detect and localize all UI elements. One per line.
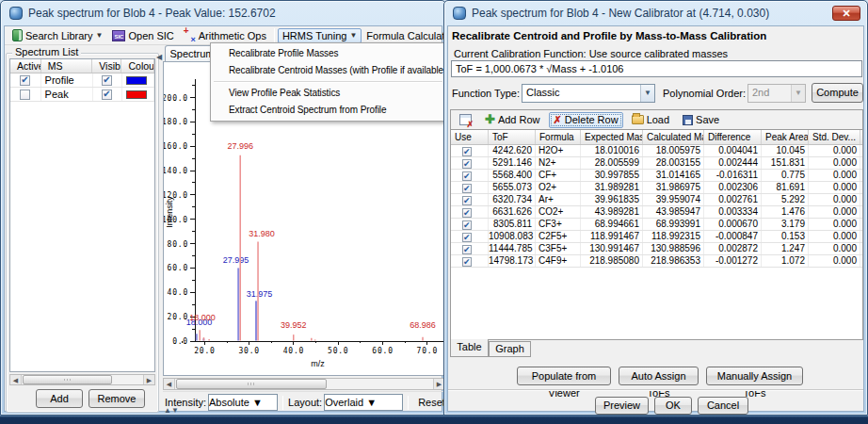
column-header[interactable]: ToF: [489, 130, 536, 144]
checkbox[interactable]: [462, 245, 472, 254]
polynomial-order-combobox: 2nd ▼: [747, 84, 806, 103]
checkbox[interactable]: [462, 208, 472, 218]
checkbox[interactable]: [462, 233, 472, 242]
preview-button[interactable]: Preview: [595, 397, 649, 415]
column-header[interactable]: Calculated Mass: [643, 130, 704, 144]
std_dev-cell: 0.000: [809, 170, 860, 181]
use-cell: [451, 182, 489, 193]
hrms-tuning-button[interactable]: HRMS Tuning ▼: [278, 28, 362, 43]
spectrum-list-hscrollbar[interactable]: ◀ ▶: [9, 374, 155, 385]
calibration-formula-field[interactable]: ToF = 1,000.0673 * √Mass + -1.0106: [451, 60, 862, 77]
scroll-thumb[interactable]: [23, 375, 112, 384]
checkbox[interactable]: [462, 220, 472, 230]
checkbox[interactable]: [462, 184, 472, 193]
open-sic-button[interactable]: SIC Open SIC: [107, 28, 178, 43]
tab-table[interactable]: Table: [450, 339, 489, 357]
delete-row-button[interactable]: ✗ Delete Row: [549, 112, 623, 128]
checkbox[interactable]: [20, 90, 30, 100]
table-row[interactable]: 10908.083C2F5+118.991467118.992315-0.000…: [451, 231, 862, 243]
column-header[interactable]: Visible: [92, 59, 121, 73]
difference-cell: 0.002306: [704, 182, 762, 193]
add-button[interactable]: Add: [36, 389, 83, 408]
checkbox[interactable]: [462, 159, 472, 169]
load-button[interactable]: Load: [627, 112, 674, 127]
add-row-button[interactable]: ✚ Add Row: [480, 112, 545, 127]
populate-from-viewer-button[interactable]: Populate from Viewer: [517, 367, 611, 385]
reset-zoom-button[interactable]: Reset Zoom ▼: [413, 395, 445, 410]
checkbox[interactable]: [462, 171, 472, 181]
splitter-collapse-icon[interactable]: ◀: [156, 53, 162, 61]
svg-text:68.986: 68.986: [410, 320, 436, 330]
use-cell: [451, 157, 489, 169]
peak_area-cell: 151.831: [762, 157, 809, 169]
intensity-combobox[interactable]: Absolute ▼: [208, 394, 278, 411]
window-title: Peak spectrum for Blob 4 - Peak Value: 1…: [28, 7, 276, 20]
table-row[interactable]: 6631.626CO2+43.98928143.9859470.0033341.…: [451, 206, 862, 219]
spectrum-list-table[interactable]: ActiveMSVisibleColourProfilePeak: [9, 58, 155, 372]
table-row[interactable]: 5291.146N2+28.00559928.0031550.002444151…: [451, 157, 862, 170]
column-header[interactable]: Peak Area: [762, 130, 809, 144]
calibration-table[interactable]: UseToFFormulaExpected MassCalculated Mas…: [450, 130, 863, 340]
spectrum-list-row[interactable]: Profile: [10, 73, 154, 88]
table-row[interactable]: 14798.173C4F9+218.985080218.986353-0.001…: [451, 255, 862, 268]
menu-item[interactable]: Extract Centroid Spectrum from Profile: [211, 102, 445, 119]
table-edit-button[interactable]: [455, 112, 476, 127]
table-row[interactable]: 5655.073O2+31.98928131.9869750.00230681.…: [451, 182, 862, 194]
checkbox[interactable]: [102, 90, 112, 100]
expected-cell: 130.991467: [581, 243, 643, 254]
scroll-left-icon[interactable]: ◀: [10, 375, 22, 384]
chart-hscrollbar[interactable]: ◀ ▶: [163, 378, 445, 390]
layout-combobox[interactable]: Overlaid ▼: [324, 394, 403, 411]
checkbox[interactable]: [462, 147, 472, 156]
checkbox[interactable]: [462, 196, 472, 205]
column-header[interactable]: Formula: [536, 130, 581, 144]
std_dev-cell: 0.000: [809, 243, 860, 254]
table-row[interactable]: 4242.620H2O+18.01001618.0059750.00404110…: [451, 145, 862, 157]
title-bar[interactable]: Peak spectrum for Blob 4 - Peak Value: 1…: [1, 1, 445, 25]
column-header[interactable]: Colour: [121, 59, 154, 73]
chevron-down-icon: ▼: [349, 31, 357, 40]
svg-text:60.0: 60.0: [168, 264, 188, 272]
scroll-left-icon[interactable]: ◀: [164, 379, 175, 389]
compute-button[interactable]: Compute: [812, 83, 863, 103]
table-row[interactable]: 8305.811CF3+68.99466168.9939910.0006703.…: [451, 219, 862, 231]
scroll-thumb[interactable]: [176, 379, 327, 389]
close-button[interactable]: ✕: [832, 6, 860, 21]
remove-button[interactable]: Remove: [88, 389, 145, 408]
save-button[interactable]: Save: [678, 112, 724, 127]
column-header[interactable]: Active: [10, 59, 41, 73]
arithmetic-ops-button[interactable]: Arithmetic Ops: [179, 27, 271, 43]
column-header[interactable]: Difference: [704, 130, 762, 144]
function-type-combobox[interactable]: Classic ▼: [522, 84, 655, 103]
menu-item[interactable]: Recalibrate Centroid Masses (with Profil…: [211, 62, 445, 79]
menu-item[interactable]: Recalibrate Profile Masses: [211, 45, 445, 62]
checkbox[interactable]: [462, 257, 472, 267]
checkbox[interactable]: [20, 75, 30, 86]
table-row[interactable]: 6320.734Ar+39.96183539.9590740.0027615.2…: [451, 194, 862, 206]
table-row[interactable]: 11444.785C3F5+130.991467130.9885960.0028…: [451, 243, 862, 255]
manually-assign-tofs-button[interactable]: Manually Assign ToFs: [706, 367, 803, 385]
column-header[interactable]: MS: [41, 59, 92, 73]
menu-item[interactable]: View Profile Peak Statistics: [211, 85, 445, 102]
peak_area-cell: 5.292: [762, 194, 809, 205]
menu-separator: [214, 81, 442, 83]
spectrum-list-row[interactable]: Peak: [10, 88, 154, 102]
colour-swatch[interactable]: [126, 90, 147, 99]
search-library-button[interactable]: Search Library ▼: [8, 27, 107, 43]
expected-cell: 18.010016: [581, 145, 643, 156]
cancel-button[interactable]: Cancel: [698, 397, 748, 415]
title-bar[interactable]: Peak spectrum for Blob 4 - New Calibrato…: [444, 1, 867, 25]
column-header[interactable]: Use: [451, 130, 489, 144]
tof-cell: 11444.785: [489, 243, 536, 254]
table-row[interactable]: 5568.400CF+30.99785531.014165-0.0163110.…: [451, 170, 862, 182]
colour-swatch[interactable]: [126, 76, 147, 85]
visible-cell: [93, 73, 122, 87]
scroll-right-icon[interactable]: ▶: [143, 375, 154, 384]
auto-assign-tofs-button[interactable]: Auto Assign ToFs: [619, 367, 699, 385]
ok-button[interactable]: OK: [654, 397, 692, 415]
checkbox[interactable]: [102, 75, 112, 86]
current-calibration-function: Current Calibration Function: Use source…: [454, 48, 728, 59]
tab-graph[interactable]: Graph: [489, 341, 531, 357]
column-header[interactable]: Expected Mass: [581, 130, 643, 144]
column-header[interactable]: Std. Dev...: [809, 130, 860, 144]
